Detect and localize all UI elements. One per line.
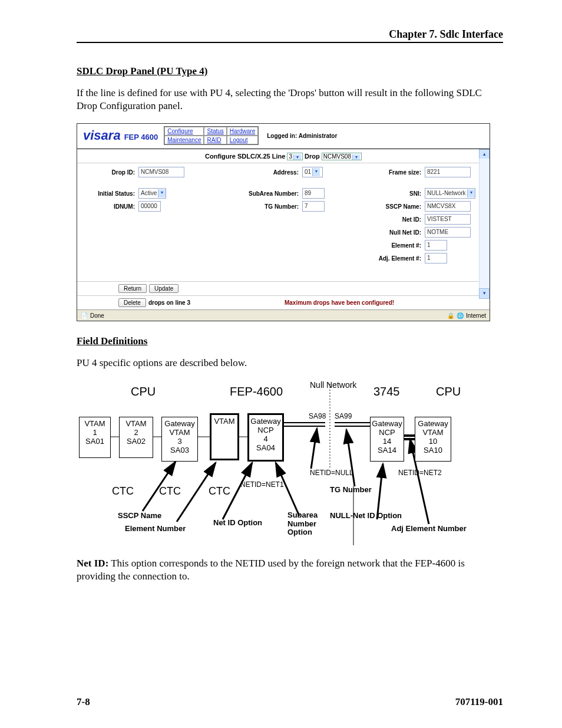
delete-button[interactable]: Delete <box>118 298 146 307</box>
initial-status-value: Active <box>141 189 157 197</box>
callout-element-number: Element Number <box>125 524 186 533</box>
tg-number-field[interactable]: 7 <box>302 201 325 212</box>
netid-paragraph: Net ID: This option corresponds to the N… <box>77 557 503 583</box>
box-gw-ncp4: GatewayNCP4SA04 <box>247 413 284 462</box>
callout-tg-number: TG Number <box>330 485 372 494</box>
page-number: 7-8 <box>77 696 90 708</box>
scrollbar-track[interactable] <box>479 159 490 289</box>
label-sa99: SA99 <box>335 412 352 420</box>
ctc-1: CTC <box>112 485 134 498</box>
drops-on-line-label: drops on line 3 <box>148 299 190 306</box>
hdr-cpu-right: CPU <box>436 385 461 398</box>
chapter-header: Chapter 7. Sdlc Interface <box>77 28 503 43</box>
address-value: 01 <box>305 168 311 176</box>
logo-main: visara <box>83 128 121 143</box>
null-net-id-field[interactable]: NOTME <box>425 227 471 238</box>
label-netid-net2: NETID=NET2 <box>398 469 442 477</box>
frame-size-field[interactable]: 8221 <box>425 167 471 177</box>
hdr-3745: 3745 <box>373 385 400 398</box>
box-vtam: VTAM <box>210 413 239 460</box>
sni-select[interactable]: NULL-Network▾ <box>425 188 475 199</box>
nav-raid[interactable]: RAID <box>204 136 226 144</box>
panel-heading: Configure SDLC/X.25 Line 3▾ Drop NCMVS08… <box>77 149 490 163</box>
line-select-value: 3 <box>289 153 292 160</box>
netid-body: This option corresponds to the NETID use… <box>77 558 465 582</box>
address-label: Address: <box>216 169 302 176</box>
svg-line-14 <box>276 463 299 516</box>
page-icon: 📄 <box>81 312 88 319</box>
max-drops-message: Maximum drops have been configured! <box>193 299 486 306</box>
adj-element-field[interactable]: 1 <box>425 253 447 263</box>
status-done: Done <box>90 312 104 319</box>
update-button[interactable]: Update <box>149 284 178 293</box>
sscp-name-label: SSCP Name: <box>351 203 425 210</box>
drop-id-label: Drop ID: <box>82 169 138 176</box>
section1-paragraph: If the line is defined for use with PU 4… <box>77 87 503 113</box>
box-gw-ncp14: GatewayNCP14SA14 <box>370 417 404 462</box>
null-net-id-label: Null Net ID: <box>351 229 425 236</box>
sscp-name-field[interactable]: NMCVS8X <box>425 201 471 212</box>
callout-sscp-name: SSCP Name <box>118 511 161 520</box>
box-vtam2: VTAM2SA02 <box>119 417 153 458</box>
callout-netid-option: Net ID Option <box>213 518 262 527</box>
box-gw-vtam3: GatewayVTAM3SA03 <box>161 417 198 462</box>
chevron-down-icon: ▾ <box>467 189 475 197</box>
visara-logo: visara FEP 4600 <box>83 128 158 143</box>
section-title-field-defs: Field Definitions <box>77 335 503 347</box>
panel-title-pre: Configure SDLC/X.25 Line <box>205 153 285 160</box>
chevron-down-icon: ▾ <box>158 189 166 197</box>
drop-select-value: NCMVS08 <box>323 153 351 160</box>
hdr-fep4600: FEP-4600 <box>230 385 283 398</box>
nav-logout[interactable]: Logout <box>227 136 258 144</box>
label-netid-net1: NETID=NET1 <box>240 480 284 489</box>
logged-in-label: Logged in: Administrator <box>265 133 337 139</box>
diagram-svg <box>77 380 489 545</box>
label-netid-null: NETID=NULL <box>310 469 353 477</box>
callout-nullnet-option: NULL-Net ID Option <box>330 511 402 520</box>
top-nav: Configure Status Hardware Maintenance RA… <box>164 126 259 145</box>
section2-paragraph: PU 4 specific options are described belo… <box>77 357 503 370</box>
sni-value: NULL-Network <box>427 189 466 197</box>
adj-element-label: Adj. Element #: <box>351 255 425 262</box>
initial-status-label: Initial Status: <box>82 190 138 197</box>
nav-configure[interactable]: Configure <box>164 127 204 136</box>
drop-select[interactable]: NCMVS08▾ <box>322 153 362 160</box>
section-title-sdlc-drop: SDLC Drop Panel (PU Type 4) <box>77 65 503 77</box>
line-select[interactable]: 3▾ <box>287 153 303 160</box>
ctc-3: CTC <box>209 485 230 498</box>
nav-status[interactable]: Status <box>204 127 226 136</box>
ctc-2: CTC <box>159 485 181 498</box>
label-sa98: SA98 <box>309 412 326 420</box>
box-gw-vtam10: GatewayVTAM10SA10 <box>415 417 451 462</box>
globe-icon: 🌐 <box>457 312 464 319</box>
net-id-label: Net ID: <box>351 216 425 223</box>
nav-hardware[interactable]: Hardware <box>227 127 258 136</box>
return-button[interactable]: Return <box>118 284 147 293</box>
browser-statusbar: 📄Done 🔒🌐Internet <box>77 309 490 321</box>
sni-label: SNI: <box>351 190 425 197</box>
scroll-down-icon[interactable]: ▾ <box>479 288 490 299</box>
element-label: Element #: <box>351 242 425 249</box>
app-screenshot: visara FEP 4600 Configure Status Hardwar… <box>77 123 490 321</box>
hdr-cpu-left: CPU <box>131 385 156 398</box>
panel-title-mid: Drop <box>305 153 320 160</box>
subarea-field[interactable]: 89 <box>302 188 325 199</box>
svg-line-15 <box>311 429 317 469</box>
doc-number: 707119-001 <box>455 696 503 708</box>
frame-size-label: Frame size: <box>351 169 425 176</box>
nav-maintenance[interactable]: Maintenance <box>164 136 204 144</box>
svg-line-17 <box>346 430 355 486</box>
callout-adj-element: Adj Element Number <box>391 524 467 533</box>
net-id-field[interactable]: VISTEST <box>425 214 471 225</box>
element-field[interactable]: 1 <box>425 240 447 251</box>
idnum-field[interactable]: 00000 <box>138 201 161 212</box>
box-vtam1: VTAM1SA01 <box>79 417 111 458</box>
address-select[interactable]: 01▾ <box>302 167 323 177</box>
drop-id-field[interactable]: NCMVS08 <box>138 167 184 177</box>
subarea-label: SubArea Number: <box>216 190 302 197</box>
chevron-down-icon: ▾ <box>293 154 301 160</box>
status-zone: Internet <box>466 312 486 319</box>
initial-status-select[interactable]: Active▾ <box>138 188 166 199</box>
hdr-null-network: Null Network <box>310 380 356 390</box>
callout-subarea-option: SubareaNumberOption <box>287 511 318 536</box>
